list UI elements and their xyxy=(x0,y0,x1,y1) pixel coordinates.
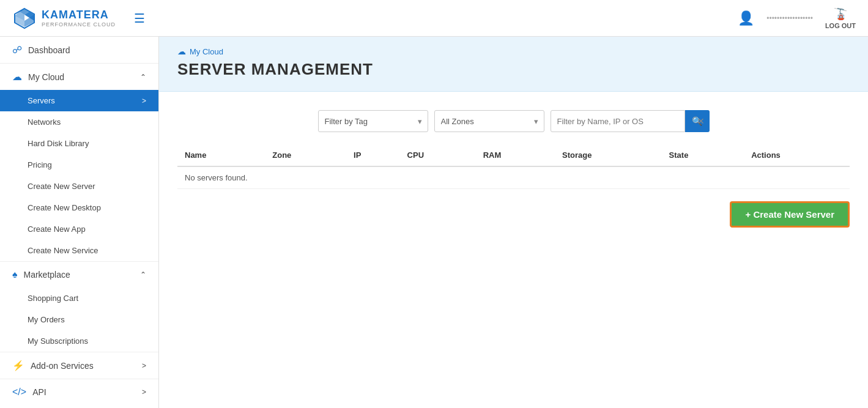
create-new-server-label: + Create New Server xyxy=(745,209,834,220)
filter-tag-wrapper: Filter by Tag xyxy=(318,110,428,132)
logo: KAMATERA PERFORMANCE CLOUD xyxy=(12,6,116,31)
filter-clear-icon[interactable]: ✕ xyxy=(692,110,710,132)
servers-chevron: > xyxy=(142,97,146,105)
sidebar-label-networks: Networks xyxy=(28,117,61,127)
server-table: Name Zone IP CPU RAM Storage State Actio… xyxy=(177,144,850,189)
sidebar-label-pricing: Pricing xyxy=(28,160,52,169)
sidebar-label-my-subscriptions: My Subscriptions xyxy=(28,336,88,346)
sidebar-label-shopping-cart: Shopping Cart xyxy=(28,294,78,303)
table-header-row: Name Zone IP CPU RAM Storage State Actio… xyxy=(177,144,850,166)
sidebar-item-my-cloud[interactable]: ☁ My Cloud ⌃ xyxy=(0,63,158,90)
user-email: •••••••••••••••••• xyxy=(766,14,813,23)
breadcrumb-cloud-icon: ☁ xyxy=(177,46,186,56)
sidebar-item-create-new-service[interactable]: Create New Service xyxy=(0,240,158,261)
sidebar-item-api[interactable]: </> API > xyxy=(0,379,158,405)
hamburger-menu[interactable]: ☰ xyxy=(134,11,145,26)
sidebar-item-networks[interactable]: Networks xyxy=(0,111,158,133)
sidebar-label-my-cloud: My Cloud xyxy=(28,72,64,82)
header-left: KAMATERA PERFORMANCE CLOUD ☰ xyxy=(12,6,145,31)
sidebar-item-shopping-cart[interactable]: Shopping Cart xyxy=(0,287,158,309)
empty-message: No servers found. xyxy=(177,166,850,189)
col-ram: RAM xyxy=(476,144,555,166)
addon-chevron: > xyxy=(142,362,146,370)
filter-zone-wrapper: All Zones EU-FR-1 US-NY-2 AS-SG-1 xyxy=(434,110,544,132)
api-icon: </> xyxy=(12,387,26,398)
filter-bar: Filter by Tag All Zones EU-FR-1 US-NY-2 … xyxy=(177,110,850,132)
col-cpu: CPU xyxy=(400,144,476,166)
server-table-header: Name Zone IP CPU RAM Storage State Actio… xyxy=(177,144,850,166)
col-storage: Storage xyxy=(555,144,662,166)
logout-label: LOG OUT xyxy=(825,22,856,29)
top-header: KAMATERA PERFORMANCE CLOUD ☰ 👤 •••••••••… xyxy=(0,0,868,37)
sidebar-label-create-new-service: Create New Service xyxy=(28,246,98,255)
server-management-content: Filter by Tag All Zones EU-FR-1 US-NY-2 … xyxy=(159,92,868,408)
my-cloud-chevron: ⌃ xyxy=(140,73,146,81)
logo-icon xyxy=(12,6,37,31)
sidebar-item-create-new-app[interactable]: Create New App xyxy=(0,218,158,240)
table-empty-row: No servers found. xyxy=(177,166,850,189)
logout-icon: 🚡 xyxy=(834,7,847,21)
server-table-body: No servers found. xyxy=(177,166,850,189)
create-new-server-button[interactable]: + Create New Server xyxy=(730,201,850,228)
filter-zone-select[interactable]: All Zones EU-FR-1 US-NY-2 AS-SG-1 xyxy=(434,110,544,132)
sidebar-label-create-new-desktop: Create New Desktop xyxy=(28,203,101,212)
sidebar-label-create-new-server: Create New Server xyxy=(28,182,95,191)
col-state: State xyxy=(662,144,744,166)
col-ip: IP xyxy=(346,144,400,166)
logout-button[interactable]: 🚡 LOG OUT xyxy=(825,7,856,29)
sidebar-item-my-orders[interactable]: My Orders xyxy=(0,309,158,330)
content-area: ☁ My Cloud SERVER MANAGEMENT Filter by T… xyxy=(159,37,868,408)
sidebar-item-create-new-desktop[interactable]: Create New Desktop xyxy=(0,197,158,218)
marketplace-chevron: ⌃ xyxy=(140,270,146,279)
sidebar-label-my-orders: My Orders xyxy=(28,315,65,324)
sidebar-label-api: API xyxy=(32,387,46,397)
page-title: SERVER MANAGEMENT xyxy=(177,60,850,79)
my-cloud-icon: ☁ xyxy=(12,71,22,83)
header-right: 👤 •••••••••••••••••• 🚡 LOG OUT xyxy=(738,7,856,29)
sidebar-item-pricing[interactable]: Pricing xyxy=(0,154,158,176)
sidebar-item-hard-disk-library[interactable]: Hard Disk Library xyxy=(0,133,158,154)
sidebar-item-dashboard[interactable]: ☍ Dashboard xyxy=(0,37,158,63)
sidebar-label-marketplace: Marketplace xyxy=(24,270,70,280)
page-header: ☁ My Cloud SERVER MANAGEMENT xyxy=(159,37,868,92)
breadcrumb: ☁ My Cloud xyxy=(177,46,850,56)
sidebar-item-addon-services[interactable]: ⚡ Add-on Services > xyxy=(0,352,158,379)
main-layout: ☍ Dashboard ☁ My Cloud ⌃ Servers > Netwo… xyxy=(0,37,868,408)
logo-sub: PERFORMANCE CLOUD xyxy=(42,21,116,28)
sidebar-item-servers[interactable]: Servers > xyxy=(0,90,158,111)
breadcrumb-parent: My Cloud xyxy=(190,47,223,56)
logo-text: KAMATERA PERFORMANCE CLOUD xyxy=(42,9,116,28)
col-name: Name xyxy=(177,144,265,166)
sidebar: ☍ Dashboard ☁ My Cloud ⌃ Servers > Netwo… xyxy=(0,37,159,408)
filter-tag-select[interactable]: Filter by Tag xyxy=(318,110,428,132)
sidebar-item-my-subscriptions[interactable]: My Subscriptions xyxy=(0,330,158,352)
logo-name: KAMATERA xyxy=(42,9,116,21)
filter-name-input[interactable] xyxy=(551,110,685,132)
addon-icon: ⚡ xyxy=(12,360,24,371)
sidebar-label-hard-disk: Hard Disk Library xyxy=(28,139,89,148)
sidebar-label-create-new-app: Create New App xyxy=(28,224,86,234)
filter-name-wrapper: ✕ 🔍 xyxy=(551,110,710,132)
sidebar-label-addon-services: Add-on Services xyxy=(31,361,94,371)
marketplace-icon: ♠ xyxy=(12,269,18,280)
sidebar-item-create-new-server[interactable]: Create New Server xyxy=(0,176,158,197)
user-avatar-icon: 👤 xyxy=(738,10,754,26)
sidebar-item-marketplace[interactable]: ♠ Marketplace ⌃ xyxy=(0,261,158,287)
api-chevron: > xyxy=(142,388,146,396)
col-actions: Actions xyxy=(744,144,850,166)
col-zone: Zone xyxy=(265,144,346,166)
sidebar-label-servers: Servers xyxy=(28,96,55,105)
create-button-area: + Create New Server xyxy=(177,201,850,228)
dashboard-icon: ☍ xyxy=(12,44,22,56)
sidebar-label-dashboard: Dashboard xyxy=(28,45,70,55)
